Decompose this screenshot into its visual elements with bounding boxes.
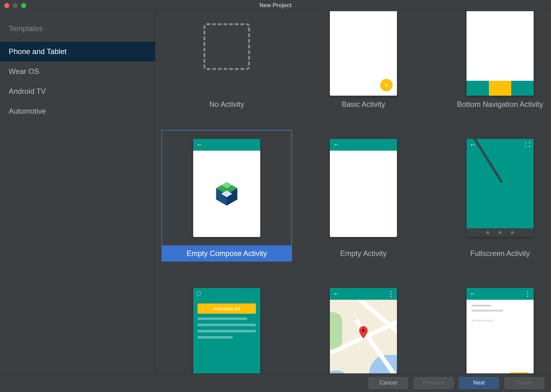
button-label: Previous	[423, 380, 444, 386]
map-thumbnail	[330, 300, 397, 373]
window-controls	[4, 3, 26, 8]
sidebar-item-label: Automotive	[9, 107, 46, 115]
template-bottom-nav-activity[interactable]: ← Bottom Navigation Activity	[435, 11, 551, 112]
minimize-icon[interactable]	[13, 3, 18, 8]
sidebar-item-automotive[interactable]: Automotive	[0, 101, 155, 121]
sidebar-item-phone-tablet[interactable]: Phone and Tablet	[0, 42, 155, 62]
template-fullscreen-activity[interactable]: ← ⛶ Fullscreen Activity	[435, 130, 551, 262]
button-label: Finish	[517, 380, 532, 386]
maximize-icon[interactable]	[21, 3, 26, 8]
svg-point-7	[362, 329, 365, 332]
bottom-nav-icon	[467, 81, 534, 96]
sidebar-item-label: Wear OS	[9, 67, 39, 75]
template-ad-activity[interactable]: Interstitial Ad	[162, 279, 292, 373]
ad-button-label: Interstitial Ad	[198, 303, 256, 314]
previous-button: Previous	[414, 377, 453, 389]
template-empty-compose-activity[interactable]: ← Empty Compos	[162, 130, 292, 262]
sidebar: Templates Phone and Tablet Wear OS Andro…	[0, 11, 155, 373]
template-label: Bottom Navigation Activity	[435, 96, 551, 112]
template-label: Fullscreen Activity	[435, 245, 551, 261]
sidebar-item-label: Phone and Tablet	[9, 47, 66, 56]
more-vert-icon: ⋮	[524, 292, 531, 296]
close-icon[interactable]	[4, 3, 9, 8]
template-empty-activity[interactable]: ← Empty Activity	[298, 130, 429, 262]
more-vert-icon: ⋮	[388, 292, 394, 296]
cancel-button[interactable]: Cancel	[368, 377, 408, 389]
back-arrow-icon: ←	[333, 141, 340, 148]
template-label: Basic Activity	[299, 96, 428, 112]
footer: Cancel Previous Next Finish	[0, 373, 551, 392]
template-basic-activity[interactable]: ← ⋮ + Basic Activity	[298, 11, 429, 112]
template-label: Empty Activity	[299, 245, 428, 261]
button-label: Cancel	[380, 380, 397, 386]
back-arrow-icon: ←	[196, 141, 203, 148]
window-title: New Project	[0, 2, 551, 9]
map-pin-icon	[359, 326, 368, 339]
template-master-detail-activity[interactable]: ← ⋮	[435, 279, 551, 373]
svg-line-6	[473, 139, 534, 182]
no-activity-icon	[203, 23, 250, 70]
template-maps-activity[interactable]: ← ⋮	[298, 279, 429, 373]
titlebar: New Project	[0, 0, 551, 11]
diagonal-line-icon	[467, 139, 534, 182]
sidebar-header: Templates	[0, 24, 155, 42]
sidebar-item-wear-os[interactable]: Wear OS	[0, 62, 155, 81]
template-gallery[interactable]: No Activity ← ⋮ + Basic Activity	[155, 11, 551, 373]
compose-logo-icon	[213, 180, 241, 208]
fab-icon: +	[380, 79, 393, 91]
sidebar-item-android-tv[interactable]: Android TV	[0, 81, 155, 101]
template-label: No Activity	[162, 96, 291, 112]
finish-button: Finish	[504, 377, 544, 389]
template-no-activity[interactable]: No Activity	[162, 11, 292, 112]
next-button[interactable]: Next	[459, 377, 499, 389]
template-label: Empty Compose Activity	[162, 245, 291, 261]
back-arrow-icon: ←	[470, 290, 476, 297]
button-label: Next	[473, 380, 485, 386]
detail-button-icon	[510, 372, 529, 373]
back-arrow-icon: ←	[333, 290, 340, 297]
sidebar-item-label: Android TV	[9, 87, 46, 95]
system-nav-icon	[467, 228, 534, 237]
